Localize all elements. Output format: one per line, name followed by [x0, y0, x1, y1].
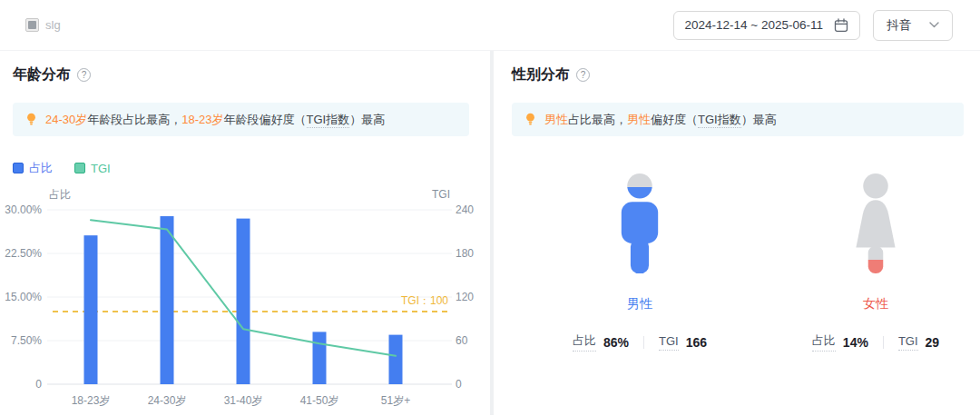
chart-legend: 占比TGI — [13, 160, 490, 176]
chevron-down-icon — [929, 22, 939, 28]
tgi-label: TGI — [659, 334, 679, 351]
female-card: 女性 占比 14% TGI 29 — [789, 173, 962, 352]
age-insight-tip: 24-30岁年龄段占比最高，18-23岁年龄段偏好度（TGI指数）最高 — [13, 103, 469, 136]
legend-item-TGI[interactable]: TGI — [74, 160, 111, 176]
x-axis-label: 31-40岁 — [224, 394, 263, 407]
right-axis-tick: 180 — [456, 247, 474, 260]
gender-distribution-panel: 性别分布 ? 男性占比最高，男性偏好度（TGI指数）最高 — [494, 51, 980, 415]
tip-segment: 18-23岁 — [181, 113, 223, 126]
share-bar — [313, 332, 327, 384]
share-label: 占比 — [573, 332, 596, 352]
left-axis-tick: 7.50% — [11, 334, 42, 347]
legend-item-占比[interactable]: 占比 — [13, 160, 53, 176]
x-axis-label: 51岁+ — [381, 394, 410, 407]
right-axis-tick: 0 — [456, 378, 462, 391]
left-axis-tick: 15.00% — [5, 291, 42, 303]
brand-label: slg — [45, 18, 61, 32]
topbar: slg 2024-12-14 ~ 2025-06-11 抖音 — [0, 0, 980, 51]
content-panels: 年龄分布 ? 24-30岁年龄段占比最高，18-23岁年龄段偏好度（TGI指数）… — [0, 51, 980, 415]
age-chart-container: 30.00%24022.50%18015.00%1207.50%6000占比TG… — [0, 187, 490, 416]
gender-insight-text: 男性占比最高，男性偏好度（TGI指数）最高 — [544, 112, 777, 127]
age-panel-header: 年龄分布 ? — [13, 65, 490, 84]
tip-segment: 年龄段偏好度（ — [224, 113, 307, 126]
female-label: 女性 — [863, 296, 888, 312]
tip-segment: TGI指数 — [698, 113, 741, 128]
share-value: 86% — [603, 335, 629, 350]
share-bar — [84, 235, 98, 384]
legend-swatch-icon — [74, 163, 85, 173]
brand-chip[interactable]: slg — [25, 18, 61, 32]
age-panel-title: 年龄分布 — [13, 65, 71, 84]
share-bar — [161, 216, 174, 384]
female-figure-icon — [848, 173, 903, 274]
tip-segment: ）最高 — [741, 113, 777, 126]
age-insight-text: 24-30岁年龄段占比最高，18-23岁年龄段偏好度（TGI指数）最高 — [45, 112, 385, 127]
gender-panel-title: 性别分布 — [512, 65, 570, 84]
lightbulb-icon — [25, 113, 37, 126]
left-axis-tick: 0 — [35, 378, 42, 391]
tip-segment: 男性 — [544, 113, 568, 126]
checkbox-square-icon[interactable] — [25, 18, 39, 32]
legend-swatch-icon — [13, 163, 24, 173]
legend-label: 占比 — [29, 160, 53, 176]
share-bar — [237, 219, 250, 384]
male-stats: 占比 86% TGI 166 — [573, 332, 707, 352]
gender-cards: 男性 占比 86% TGI 166 — [512, 173, 962, 352]
stat-separator — [883, 336, 884, 349]
right-axis-tick: 120 — [456, 291, 474, 303]
tip-segment: TGI指数 — [307, 113, 350, 128]
tip-segment: 年龄段占比最高， — [87, 113, 181, 126]
right-axis-title: TGI — [432, 188, 450, 201]
age-distribution-chart: 30.00%24022.50%18015.00%1207.50%6000占比TG… — [0, 187, 490, 416]
stat-separator — [643, 336, 644, 349]
topbar-controls: 2024-12-14 ~ 2025-06-11 抖音 — [673, 10, 954, 41]
age-distribution-panel: 年龄分布 ? 24-30岁年龄段占比最高，18-23岁年龄段偏好度（TGI指数）… — [0, 51, 490, 415]
x-axis-label: 41-50岁 — [300, 394, 339, 407]
calendar-icon — [834, 18, 848, 33]
gender-insight-tip: 男性占比最高，男性偏好度（TGI指数）最高 — [512, 103, 964, 136]
date-range-value: 2024-12-14 ~ 2025-06-11 — [685, 18, 824, 32]
right-axis-tick: 240 — [456, 203, 474, 216]
right-axis-tick: 60 — [456, 334, 468, 347]
share-bar — [389, 335, 403, 384]
tgi-value: 29 — [926, 335, 940, 350]
tip-segment: ）最高 — [349, 113, 385, 126]
tgi-value: 166 — [686, 335, 707, 350]
gender-panel-header: 性别分布 ? — [512, 65, 962, 84]
female-stats: 占比 14% TGI 29 — [812, 332, 939, 352]
male-figure-icon — [612, 173, 667, 274]
x-axis-label: 18-23岁 — [72, 394, 111, 407]
share-label: 占比 — [812, 332, 836, 352]
left-axis-tick: 22.50% — [5, 247, 42, 260]
platform-select-value: 抖音 — [887, 17, 911, 34]
help-circle-icon[interactable]: ? — [77, 68, 91, 82]
help-circle-icon[interactable]: ? — [576, 68, 590, 82]
legend-label: TGI — [91, 162, 111, 175]
lightbulb-icon — [524, 113, 536, 126]
tgi-label: TGI — [898, 334, 918, 351]
tip-segment: 24-30岁 — [45, 113, 87, 126]
left-axis-tick: 30.00% — [5, 203, 42, 216]
platform-select[interactable]: 抖音 — [873, 10, 953, 41]
male-card: 男性 占比 86% TGI 166 — [554, 173, 726, 352]
x-axis-label: 24-30岁 — [148, 394, 187, 407]
tip-segment: 占比最高， — [568, 113, 627, 126]
tip-segment: 男性 — [627, 113, 651, 126]
share-value: 14% — [843, 335, 868, 350]
male-label: 男性 — [627, 296, 652, 312]
tip-segment: 偏好度（ — [651, 113, 698, 126]
date-range-picker[interactable]: 2024-12-14 ~ 2025-06-11 — [673, 11, 861, 40]
tgi-reference-label: TGI：100 — [401, 294, 448, 307]
left-axis-title: 占比 — [49, 188, 71, 201]
